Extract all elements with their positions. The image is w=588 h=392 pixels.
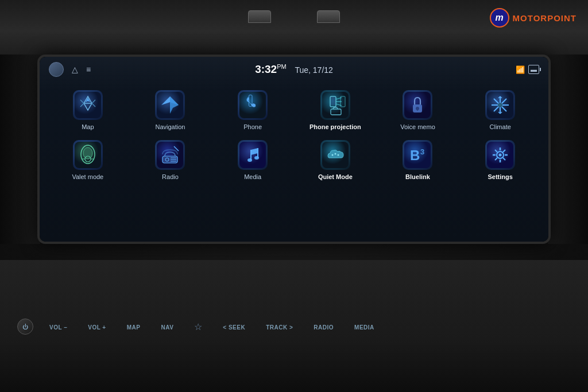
svg-rect-8 [322,92,349,118]
app-phone[interactable]: Phone [212,87,293,134]
quiet-mode-label: Quiet Mode [318,173,353,181]
media-label: Media [244,173,261,181]
signal-icon: 📶 [516,65,525,74]
track-label: TRACK > [266,324,293,331]
physical-buttons-row: ⏻ VOL – VOL + MAP NAV ☆ < SEEK TRACK > R… [17,319,571,335]
status-left: △ ≡ [49,62,90,77]
vent-clip-left [248,10,271,23]
bluelink-icon: B 3 [403,140,432,170]
app-climate[interactable]: Climate [460,87,540,134]
app-map[interactable]: Map [48,87,128,134]
svg-point-51 [337,154,339,156]
vol-minus-button[interactable]: VOL – [45,319,72,334]
vol-plus-label: VOL + [88,324,106,331]
app-settings[interactable]: Settings [460,137,540,184]
phone-projection-icon [320,90,350,120]
svg-rect-43 [239,142,266,168]
bluelink-label: Bluelink [405,173,430,181]
svg-rect-36 [157,142,183,168]
voice-memo-icon [403,90,432,120]
app-voice-memo[interactable]: Voice memo [378,87,458,134]
power-icon[interactable]: ⏻ [17,319,33,335]
phone-projection-label: Phone projection [310,123,361,131]
climate-icon [485,90,515,120]
svg-text:3: 3 [420,148,424,156]
nav-button[interactable]: NAV [156,319,178,334]
svg-point-57 [499,154,502,157]
valet-mode-icon [73,140,103,170]
track-button[interactable]: TRACK > [261,319,297,334]
side-panel-left [0,55,40,244]
app-phone-projection[interactable]: Phone projection [295,87,376,134]
media-icon [238,140,268,170]
map-button[interactable]: MAP [122,319,145,334]
radio-button[interactable]: RADIO [309,319,338,334]
svg-point-32 [83,148,92,159]
navigation-icon [155,90,185,120]
svg-point-46 [247,158,252,162]
status-bar: △ ≡ 3:32PM Tue, 17/12 📶 ▬ [40,57,548,82]
battery-icon: ▬ [528,65,539,74]
app-media[interactable]: Media [212,137,293,184]
favorite-button[interactable]: ☆ [189,319,207,335]
bottom-trim: ⏻ VOL – VOL + MAP NAV ☆ < SEEK TRACK > R… [0,260,588,392]
settings-icon [485,140,515,170]
map-icon [73,90,103,120]
radio-label: Radio [162,173,179,181]
app-bluelink[interactable]: B 3 Bluelink [378,137,458,184]
power-button[interactable]: ⏻ [17,319,33,335]
svg-point-25 [498,103,502,107]
motorpoint-logo: m MOTORPOINT [490,8,577,28]
app-grid: Map Navigation [40,82,548,191]
map-label: Map [82,123,94,131]
media-button-label: MEDIA [354,324,374,331]
radio-button-label: RADIO [314,324,334,331]
voice-memo-label: Voice memo [400,123,435,131]
screen-bezel: △ ≡ 3:32PM Tue, 17/12 📶 ▬ [37,55,551,244]
side-panel-right [548,55,588,244]
star-icon: ☆ [194,322,202,332]
status-time: 3:32PM Tue, 17/12 [255,63,333,76]
navigation-label: Navigation [156,123,185,131]
menu-icon[interactable]: ≡ [86,65,90,74]
media-button[interactable]: MEDIA [350,319,379,334]
svg-rect-10 [331,97,335,105]
seek-button[interactable]: < SEEK [218,319,250,334]
infotainment-screen: △ ≡ 3:32PM Tue, 17/12 📶 ▬ [40,57,548,242]
logo-icon: m [490,8,509,28]
radio-icon [155,140,185,170]
vol-minus-label: VOL – [49,324,67,331]
seek-label: < SEEK [223,324,245,331]
status-right: 📶 ▬ [516,65,539,74]
vent-clip-right [317,10,340,23]
map-button-label: MAP [127,324,141,331]
svg-point-47 [254,156,259,160]
home-icon[interactable]: △ [72,65,78,74]
app-radio[interactable]: Radio [130,137,211,184]
valet-mode-label: Valet mode [72,173,103,181]
settings-label: Settings [488,173,512,181]
app-navigation[interactable]: Navigation [130,87,211,134]
user-avatar[interactable] [49,62,64,77]
logo-text: MOTORPOINT [513,13,577,23]
quiet-mode-icon [320,140,350,170]
vol-plus-button[interactable]: VOL + [83,319,111,334]
phone-icon [238,90,268,120]
svg-point-49 [331,154,333,156]
phone-label: Phone [243,123,262,131]
vent-clips [248,10,340,23]
svg-text:B: B [410,148,420,163]
climate-label: Climate [490,123,511,131]
nav-button-label: NAV [161,324,173,331]
app-quiet-mode[interactable]: Quiet Mode [295,137,376,184]
app-valet-mode[interactable]: Valet mode [48,137,128,184]
svg-point-50 [334,153,336,155]
